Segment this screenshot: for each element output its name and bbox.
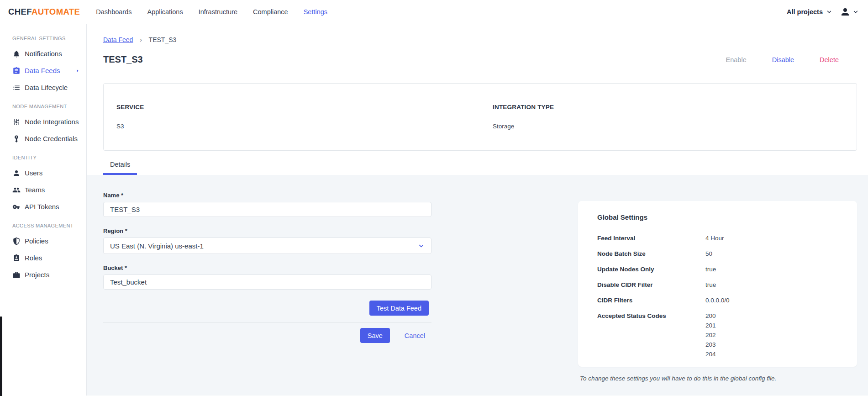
disable-button[interactable]: Disable bbox=[772, 56, 794, 63]
sidebar-item-label: Projects bbox=[25, 271, 49, 279]
save-button[interactable]: Save bbox=[360, 328, 390, 343]
accepted-status-codes-values: 200 201 202 203 204 bbox=[705, 311, 716, 359]
badge-icon bbox=[12, 254, 21, 262]
global-setting-row: CIDR Filters 0.0.0.0/0 bbox=[597, 296, 838, 305]
status-code: 200 bbox=[705, 311, 716, 321]
global-settings-footnote: To change these settings you will have t… bbox=[580, 375, 776, 382]
sidebar-item-teams[interactable]: Teams bbox=[0, 181, 86, 198]
feed-summary-card: SERVICE S3 INTEGRATION TYPE Storage bbox=[103, 83, 857, 151]
feed-interval-value: 4 Hour bbox=[705, 233, 724, 243]
global-setting-row: Accepted Status Codes 200 201 202 203 20… bbox=[597, 311, 838, 359]
breadcrumb: Data Feed › TEST_S3 bbox=[103, 36, 857, 43]
data-feed-form: Name * Region * US East (N. Virginia) us… bbox=[103, 192, 431, 343]
sidebar-section-node-management: NODE MANAGEMENT bbox=[0, 96, 86, 113]
update-nodes-only-label: Update Nodes Only bbox=[597, 264, 705, 274]
sidebar-item-label: Roles bbox=[25, 254, 42, 262]
delete-button[interactable]: Delete bbox=[820, 56, 839, 63]
main-nav: Dashboards Applications Infrastructure C… bbox=[88, 0, 335, 24]
nav-dashboards[interactable]: Dashboards bbox=[88, 0, 139, 24]
node-batch-size-value: 50 bbox=[705, 249, 712, 259]
sidebar-item-label: Notifications bbox=[25, 50, 62, 58]
bucket-label: Bucket * bbox=[103, 264, 431, 271]
update-nodes-only-value: true bbox=[705, 264, 716, 274]
sidebar-item-label: Data Lifecycle bbox=[25, 84, 68, 91]
feed-interval-label: Feed Interval bbox=[597, 233, 705, 243]
region-selected-value: US East (N. Virginia) us-east-1 bbox=[110, 242, 204, 250]
group-icon bbox=[12, 186, 21, 194]
person-icon bbox=[12, 169, 21, 177]
main-content: Data Feed › TEST_S3 TEST_S3 Enable Disab… bbox=[87, 24, 868, 396]
chevron-down-icon bbox=[852, 9, 859, 15]
vpn-key-icon bbox=[12, 203, 21, 211]
enable-button[interactable]: Enable bbox=[726, 56, 747, 63]
user-avatar-icon bbox=[840, 6, 851, 17]
sidebar-item-users[interactable]: Users bbox=[0, 164, 86, 181]
nav-applications[interactable]: Applications bbox=[139, 0, 190, 24]
sidebar-item-data-lifecycle[interactable]: Data Lifecycle bbox=[0, 79, 86, 96]
cidr-filters-value: 0.0.0.0/0 bbox=[705, 296, 730, 305]
region-select[interactable]: US East (N. Virginia) us-east-1 bbox=[103, 238, 431, 254]
user-menu[interactable] bbox=[840, 6, 859, 17]
chef-automate-logo: CHEFAUTOMATE bbox=[8, 7, 80, 17]
tune-icon bbox=[12, 118, 21, 126]
nav-compliance[interactable]: Compliance bbox=[245, 0, 296, 24]
bucket-input[interactable] bbox=[103, 275, 431, 290]
sidebar-item-node-credentials[interactable]: Node Credentials bbox=[0, 130, 86, 147]
sidebar-item-projects[interactable]: Projects bbox=[0, 266, 86, 283]
sidebar-item-label: Node Integrations bbox=[25, 118, 79, 126]
service-column: SERVICE S3 bbox=[116, 104, 857, 130]
global-setting-row: Feed Interval 4 Hour bbox=[597, 233, 838, 243]
left-edge-scrollbar[interactable] bbox=[0, 317, 2, 396]
page-title: TEST_S3 bbox=[103, 54, 143, 65]
node-batch-size-label: Node Batch Size bbox=[597, 249, 705, 259]
service-label: SERVICE bbox=[116, 104, 857, 111]
feed-actions: Enable Disable Delete bbox=[726, 56, 839, 63]
projects-filter-label: All projects bbox=[787, 8, 823, 16]
status-code: 202 bbox=[705, 330, 716, 340]
global-setting-row: Update Nodes Only true bbox=[597, 264, 838, 274]
key-icon bbox=[12, 135, 21, 143]
sidebar-item-notifications[interactable]: Notifications bbox=[0, 45, 86, 62]
tab-details[interactable]: Details bbox=[103, 156, 137, 175]
sidebar-item-node-integrations[interactable]: Node Integrations bbox=[0, 113, 86, 130]
accepted-status-codes-label: Accepted Status Codes bbox=[597, 311, 705, 359]
sidebar-item-roles[interactable]: Roles bbox=[0, 249, 86, 266]
status-code: 204 bbox=[705, 349, 716, 359]
status-code: 201 bbox=[705, 321, 716, 330]
logo-automate: AUTOMATE bbox=[32, 7, 80, 16]
bell-icon bbox=[12, 50, 21, 58]
disable-cidr-filter-value: true bbox=[705, 280, 716, 290]
tab-bar: Details bbox=[87, 156, 868, 175]
form-divider bbox=[103, 322, 431, 323]
nav-infrastructure[interactable]: Infrastructure bbox=[191, 0, 245, 24]
sidebar-section-access-management: ACCESS MANAGEMENT bbox=[0, 215, 86, 232]
integration-type-column: INTEGRATION TYPE Storage bbox=[493, 104, 554, 130]
app-window: CHEFAUTOMATE Dashboards Applications Inf… bbox=[0, 0, 868, 396]
cancel-button[interactable]: Cancel bbox=[405, 332, 425, 339]
test-data-feed-button[interactable]: Test Data Feed bbox=[369, 301, 429, 316]
nav-settings[interactable]: Settings bbox=[296, 0, 335, 24]
sidebar-item-label: Policies bbox=[25, 237, 48, 245]
sidebar-item-policies[interactable]: Policies bbox=[0, 232, 86, 249]
integration-type-label: INTEGRATION TYPE bbox=[493, 104, 554, 111]
sidebar-item-label: Data Feeds bbox=[25, 67, 60, 74]
shield-icon bbox=[12, 237, 21, 245]
breadcrumb-data-feed-link[interactable]: Data Feed bbox=[103, 36, 133, 43]
service-value: S3 bbox=[116, 123, 857, 130]
sidebar-item-label: Node Credentials bbox=[25, 135, 78, 143]
chevron-down-icon bbox=[418, 243, 425, 249]
briefcase-icon bbox=[12, 271, 21, 279]
topnav-right: All projects bbox=[787, 6, 859, 17]
chevron-right-icon bbox=[75, 69, 80, 73]
sidebar-item-label: Teams bbox=[25, 186, 45, 194]
sidebar-item-api-tokens[interactable]: API Tokens bbox=[0, 198, 86, 215]
name-input[interactable] bbox=[103, 202, 431, 217]
projects-filter-dropdown[interactable]: All projects bbox=[787, 8, 832, 16]
global-setting-row: Disable CIDR Filter true bbox=[597, 280, 838, 290]
global-setting-row: Node Batch Size 50 bbox=[597, 249, 838, 259]
details-panel: Name * Region * US East (N. Virginia) us… bbox=[87, 175, 868, 396]
global-settings-title: Global Settings bbox=[597, 213, 838, 221]
sidebar-item-data-feeds[interactable]: Data Feeds bbox=[0, 62, 86, 79]
breadcrumb-separator: › bbox=[140, 36, 142, 43]
global-settings-card: Global Settings Feed Interval 4 Hour Nod… bbox=[578, 201, 857, 367]
